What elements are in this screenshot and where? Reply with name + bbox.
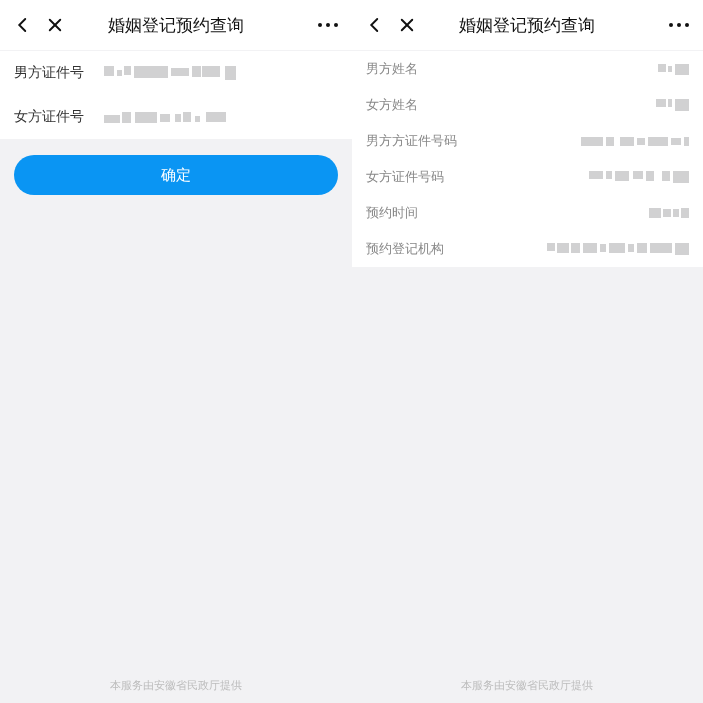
female-name-row: 女方姓名: [352, 87, 704, 123]
header: 婚姻登记预约查询: [352, 0, 704, 50]
female-id-row: 女方证件号码: [352, 159, 704, 195]
female-id-row: 女方证件号: [0, 95, 352, 139]
confirm-button[interactable]: 确定: [14, 155, 338, 195]
header-left: [366, 16, 416, 34]
female-name-value: [418, 99, 690, 111]
female-id-label: 女方证件号: [14, 108, 104, 126]
appt-office-value: [444, 243, 690, 255]
appt-time-value: [418, 208, 690, 218]
male-id-value[interactable]: [104, 66, 338, 80]
appt-office-row: 预约登记机构: [352, 231, 704, 267]
page-title: 婚姻登记预约查询: [459, 14, 595, 37]
more-icon[interactable]: [318, 23, 338, 27]
male-id-label: 男方证件号: [14, 64, 104, 82]
male-id-label: 男方方证件号码: [366, 132, 457, 150]
appt-time-row: 预约时间: [352, 195, 704, 231]
back-icon[interactable]: [14, 16, 32, 34]
appt-time-label: 预约时间: [366, 204, 418, 222]
header: 婚姻登记预约查询: [0, 0, 352, 50]
male-id-row: 男方方证件号码: [352, 123, 704, 159]
header-left: [14, 16, 64, 34]
appt-office-label: 预约登记机构: [366, 240, 444, 258]
form-section: 男方证件号 女方证件号: [0, 51, 352, 139]
button-section: 确定: [0, 139, 352, 211]
female-id-label: 女方证件号码: [366, 168, 444, 186]
female-name-label: 女方姓名: [366, 96, 418, 114]
male-name-row: 男方姓名: [352, 51, 704, 87]
footer-text: 本服务由安徽省民政厅提供: [352, 678, 704, 693]
right-panel: 婚姻登记预约查询 男方姓名 女方姓名: [352, 0, 704, 703]
close-icon[interactable]: [398, 16, 416, 34]
close-icon[interactable]: [46, 16, 64, 34]
left-panel: 婚姻登记预约查询 男方证件号 女方证件号: [0, 0, 352, 703]
back-icon[interactable]: [366, 16, 384, 34]
footer-text: 本服务由安徽省民政厅提供: [0, 678, 352, 693]
male-name-value: [418, 64, 690, 75]
male-id-value: [457, 137, 690, 146]
male-id-row: 男方证件号: [0, 51, 352, 95]
female-id-value: [444, 171, 690, 183]
page-title: 婚姻登记预约查询: [108, 14, 244, 37]
female-id-value[interactable]: [104, 112, 338, 123]
male-name-label: 男方姓名: [366, 60, 418, 78]
result-section: 男方姓名 女方姓名 男方方证件号码: [352, 51, 704, 267]
more-icon[interactable]: [669, 23, 689, 27]
